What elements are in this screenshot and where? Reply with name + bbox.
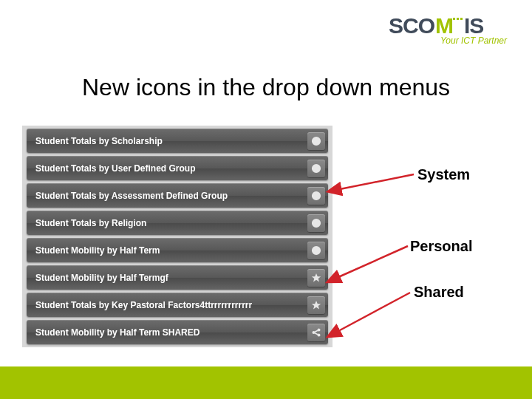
personal-icon bbox=[307, 269, 325, 287]
svg-line-13 bbox=[340, 174, 414, 189]
menu-item-label: Student Totals by User Defined Group bbox=[35, 163, 195, 174]
system-icon bbox=[307, 242, 325, 259]
dropdown-menu: Student Totals by Scholarship Student To… bbox=[22, 126, 332, 347]
menu-item[interactable]: Student Mobility by Half Term bbox=[27, 238, 328, 262]
menu-item-label: Student Totals by Assessment Defined Gro… bbox=[35, 191, 228, 201]
logo-dots-icon bbox=[453, 18, 463, 20]
menu-item[interactable]: Student Totals by User Defined Group bbox=[27, 156, 328, 180]
menu-item[interactable]: Student Totals by Assessment Defined Gro… bbox=[27, 183, 328, 208]
brand-logo: SCO M IS Your ICT Partner bbox=[389, 13, 507, 46]
annotation-system: System bbox=[417, 166, 470, 183]
menu-item[interactable]: Student Mobility by Half Termgf bbox=[27, 265, 328, 290]
svg-line-11 bbox=[315, 332, 318, 334]
menu-item[interactable]: Student Totals by Scholarship bbox=[27, 129, 328, 153]
menu-item[interactable]: Student Mobility by Half Term SHARED bbox=[27, 320, 328, 344]
system-icon bbox=[307, 214, 325, 232]
logo-text-accent: M bbox=[435, 13, 453, 38]
menu-item-label: Student Totals by Scholarship bbox=[35, 136, 163, 146]
menu-item-label: Student Mobility by Half Termgf bbox=[35, 273, 168, 283]
svg-point-4 bbox=[313, 247, 320, 254]
system-icon bbox=[307, 160, 325, 177]
svg-line-10 bbox=[315, 330, 318, 332]
footer-bar bbox=[0, 366, 532, 399]
personal-icon bbox=[307, 296, 325, 314]
menu-item-label: Student Mobility by Half Term SHARED bbox=[35, 327, 200, 338]
svg-line-14 bbox=[338, 246, 408, 277]
logo-text-suffix: IS bbox=[464, 13, 483, 38]
annotation-personal: Personal bbox=[410, 238, 472, 255]
shared-icon bbox=[307, 324, 325, 341]
menu-item-label: Student Mobility by Half Term bbox=[35, 245, 160, 256]
svg-marker-6 bbox=[312, 301, 321, 309]
annotation-shared: Shared bbox=[414, 284, 464, 301]
svg-point-0 bbox=[313, 137, 320, 145]
menu-item[interactable]: Student Totals by Key Pastoral Factors4t… bbox=[27, 293, 328, 317]
svg-marker-5 bbox=[312, 273, 321, 282]
svg-point-1 bbox=[313, 165, 320, 172]
slide-title: New icons in the drop down menus bbox=[0, 74, 532, 101]
menu-item-label: Student Totals by Key Pastoral Factors4t… bbox=[35, 300, 252, 310]
svg-line-15 bbox=[338, 293, 410, 331]
system-icon bbox=[307, 187, 325, 205]
svg-point-2 bbox=[313, 192, 320, 200]
menu-item-label: Student Totals by Religion bbox=[35, 218, 146, 228]
system-icon bbox=[307, 132, 325, 150]
menu-item[interactable]: Student Totals by Religion bbox=[27, 211, 328, 235]
logo-text-prefix: SCO bbox=[389, 13, 434, 38]
svg-point-3 bbox=[313, 219, 320, 227]
